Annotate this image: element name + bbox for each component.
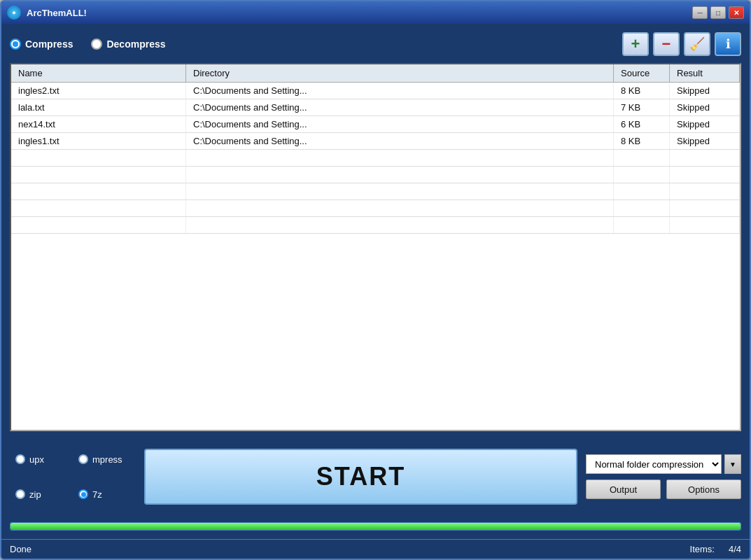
table-row[interactable]: lala.txt C:\Documents and Setting... 7 K… — [11, 99, 740, 116]
cell-src-0: 8 KB — [614, 83, 670, 99]
header-source: Source — [614, 64, 670, 82]
cell-name-2: nex14.txt — [11, 116, 186, 132]
file-table: Name Directory Source Result ingles2.txt… — [10, 63, 741, 431]
output-button[interactable]: Output — [586, 479, 661, 499]
header-result: Result — [670, 64, 740, 82]
cell-src-3: 8 KB — [614, 133, 670, 149]
remove-button[interactable]: − — [653, 32, 680, 56]
main-window: ● ArcThemALL! ─ □ ✕ Compress Decompress — [0, 0, 751, 560]
items-label: Items: — [690, 544, 715, 554]
cell-res-2: Skipped — [670, 116, 740, 132]
decompress-label: Decompress — [106, 38, 165, 50]
title-bar: ● ArcThemALL! ─ □ ✕ — [1, 1, 750, 24]
start-button[interactable]: START — [144, 449, 577, 505]
app-icon: ● — [7, 6, 21, 20]
cell-src-1: 7 KB — [614, 99, 670, 115]
close-button[interactable]: ✕ — [729, 6, 744, 19]
cell-dir-1: C:\Documents and Setting... — [186, 99, 614, 115]
dropdown-arrow-button[interactable]: ▼ — [724, 454, 741, 474]
info-button[interactable]: ℹ — [715, 32, 741, 56]
icon-buttons: + − 🧹 ℹ — [622, 32, 741, 56]
toolbar: Compress Decompress + − 🧹 ℹ — [10, 32, 741, 56]
table-header: Name Directory Source Result — [11, 64, 740, 83]
bottom-area: upx mpress zip 7z START — [10, 438, 741, 515]
cell-name-0: ingles2.txt — [11, 83, 186, 99]
upx-label: upx — [29, 454, 44, 465]
table-row[interactable]: nex14.txt C:\Documents and Setting... 6 … — [11, 116, 740, 133]
start-button-container: START — [144, 438, 577, 515]
status-bar: Done Items: 4/4 — [1, 539, 750, 559]
compress-radio[interactable] — [10, 38, 21, 50]
action-buttons: Output Options — [586, 479, 741, 499]
right-controls: Normal folder compression Single archive… — [586, 438, 741, 515]
decompress-radio[interactable] — [91, 38, 102, 50]
clear-button[interactable]: 🧹 — [684, 32, 710, 56]
cell-dir-3: C:\Documents and Setting... — [186, 133, 614, 149]
cell-dir-2: C:\Documents and Setting... — [186, 116, 614, 132]
header-directory: Directory — [186, 64, 614, 82]
zip-radio[interactable] — [15, 489, 25, 499]
table-row-empty — [11, 167, 740, 183]
table-row-empty — [11, 183, 740, 200]
upx-option[interactable]: upx — [15, 444, 67, 475]
mode-radio-group: Compress Decompress — [10, 38, 166, 50]
mpress-option[interactable]: mpress — [78, 444, 130, 475]
content-area: Compress Decompress + − 🧹 ℹ Name Directo… — [1, 24, 750, 539]
sevenz-label: 7z — [92, 489, 102, 500]
table-row-empty — [11, 200, 740, 217]
table-row-empty — [11, 150, 740, 167]
cell-name-3: ingles1.txt — [11, 133, 186, 149]
mpress-radio[interactable] — [78, 454, 88, 464]
cell-res-0: Skipped — [670, 83, 740, 99]
compress-label: Compress — [25, 38, 73, 50]
table-row[interactable]: ingles1.txt C:\Documents and Setting... … — [11, 133, 740, 150]
zip-label: zip — [29, 489, 41, 500]
add-button[interactable]: + — [622, 32, 649, 56]
cell-dir-0: C:\Documents and Setting... — [186, 83, 614, 99]
table-row[interactable]: ingles2.txt C:\Documents and Setting... … — [11, 83, 740, 99]
zip-option[interactable]: zip — [15, 479, 67, 510]
maximize-button[interactable]: □ — [710, 6, 726, 19]
cell-res-1: Skipped — [670, 99, 740, 115]
options-button[interactable]: Options — [666, 479, 741, 499]
window-title: ArcThemALL! — [27, 8, 692, 18]
window-controls: ─ □ ✕ — [692, 6, 744, 19]
cell-name-1: lala.txt — [11, 99, 186, 115]
cell-src-2: 6 KB — [614, 116, 670, 132]
status-text: Done — [10, 544, 31, 554]
minimize-button[interactable]: ─ — [692, 6, 708, 19]
compression-mode-row: Normal folder compression Single archive… — [586, 454, 741, 474]
progress-bar-container — [10, 522, 741, 531]
sevenz-option[interactable]: 7z — [78, 479, 130, 510]
items-count: 4/4 — [729, 544, 741, 554]
compression-type-options: upx mpress zip 7z — [10, 438, 136, 515]
cell-res-3: Skipped — [670, 133, 740, 149]
table-body: ingles2.txt C:\Documents and Setting... … — [11, 83, 740, 430]
progress-bar-fill — [10, 523, 741, 530]
header-name: Name — [11, 64, 186, 82]
sevenz-radio[interactable] — [78, 489, 88, 499]
compress-option[interactable]: Compress — [10, 38, 73, 50]
table-row-empty — [11, 217, 740, 234]
upx-radio[interactable] — [15, 454, 25, 464]
compression-mode-dropdown[interactable]: Normal folder compression Single archive… — [586, 454, 722, 474]
mpress-label: mpress — [92, 454, 122, 465]
decompress-option[interactable]: Decompress — [91, 38, 165, 50]
